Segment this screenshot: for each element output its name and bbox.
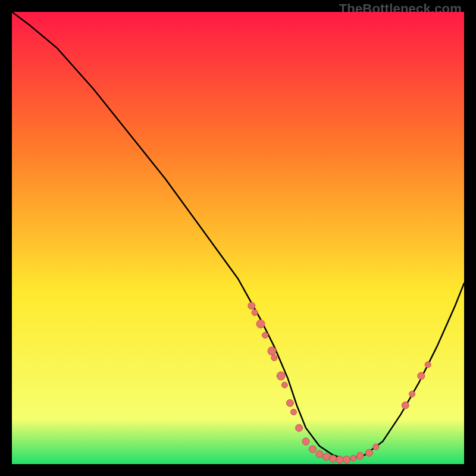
data-point [286, 399, 293, 406]
data-point [262, 332, 268, 338]
data-point [373, 444, 379, 450]
data-point [316, 450, 323, 458]
data-point [356, 452, 364, 459]
data-point [248, 302, 255, 309]
data-point [302, 438, 309, 445]
data-point [343, 456, 350, 463]
data-point [252, 309, 258, 315]
data-point [350, 455, 356, 461]
data-point [271, 355, 277, 361]
data-point [256, 320, 265, 328]
data-point [291, 409, 297, 415]
gradient-background [12, 12, 464, 464]
data-point [322, 453, 330, 461]
data-point [365, 449, 372, 456]
bottleneck-chart [12, 12, 464, 464]
data-point [409, 391, 415, 397]
data-point [296, 424, 303, 431]
data-point [336, 456, 343, 463]
data-point [330, 455, 337, 462]
data-point [309, 446, 316, 453]
data-point [268, 347, 276, 355]
data-point [425, 362, 431, 368]
chart-frame [12, 12, 464, 464]
data-point [402, 402, 409, 409]
data-point [281, 382, 287, 388]
data-point [277, 372, 285, 380]
data-point [418, 372, 425, 380]
